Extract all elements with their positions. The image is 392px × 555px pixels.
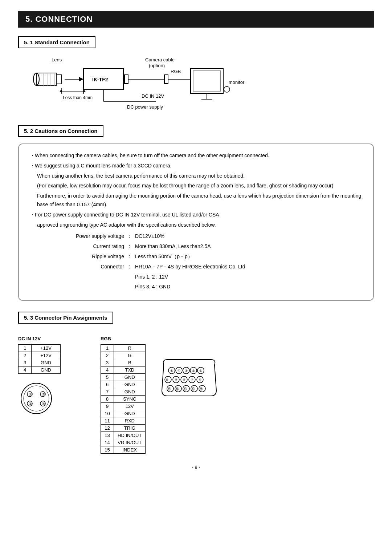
rgb-pin-number: 9 <box>101 403 114 410</box>
spec-row-ripple: Ripple voltage : Less than 50mV（p－p） <box>52 252 362 261</box>
svg-text:②: ② <box>29 402 32 406</box>
rgb-pin-signal: GND <box>114 388 146 396</box>
rgb-block: RGB 1R2G3B4TXD5GND6GND7GND8SYNC912V10GND… <box>101 336 146 454</box>
spec-val-voltage: DC12V±10% <box>135 232 362 241</box>
svg-rect-30 <box>193 71 221 91</box>
svg-text:Camera cable: Camera cable <box>145 57 175 62</box>
svg-text:⑩: ⑩ <box>166 378 168 382</box>
svg-text:⑧: ⑧ <box>183 378 185 382</box>
svg-text:monitor: monitor <box>229 80 245 85</box>
subsection3-label: 5. 3 Connector Pin Assignments <box>18 312 113 324</box>
rgb-pin-signal: GND <box>114 381 146 388</box>
caution-1: ・When connecting the camera cables, be s… <box>30 151 362 160</box>
rgb-pin-number: 15 <box>101 446 114 454</box>
rgb-pin-signal: G <box>114 352 146 359</box>
rgb-pin-number: 11 <box>101 417 114 425</box>
spec-row-pins12: Pins 1, 2 : 12V <box>52 273 362 281</box>
dc-label: DC IN 12V <box>18 336 41 341</box>
svg-text:(option): (option) <box>149 63 165 68</box>
caution-2a: When using another lens, the best camera… <box>37 172 362 181</box>
rgb-table-row: 2G <box>101 352 146 359</box>
rgb-pin-table: 1R2G3B4TXD5GND6GND7GND8SYNC912V10GND11RX… <box>101 344 146 454</box>
rgb-table-row: 13HD IN/OUT <box>101 432 146 439</box>
rgb-table-row: 11RXD <box>101 417 146 425</box>
dc-pin-number: 4 <box>19 366 32 374</box>
pin-assignment-section: DC IN 12V 1+12V2+12V3GND4GND ① ③ ② ④ RGB <box>18 336 374 454</box>
rgb-pin-number: 5 <box>101 374 114 381</box>
svg-text:⑬: ⑬ <box>184 387 187 391</box>
caution-3a: approved ungrounding type AC adaptor wit… <box>37 221 362 230</box>
spec-label-voltage: Power supply voltage <box>52 232 124 241</box>
rgb-pin-signal: INDEX <box>114 446 146 454</box>
svg-rect-2 <box>56 75 62 84</box>
spec-label-pins12 <box>52 273 124 281</box>
rgb-table-row: 3B <box>101 359 146 366</box>
cautions-box: ・When connecting the camera cables, be s… <box>18 143 374 301</box>
svg-text:⑮: ⑮ <box>168 387 171 391</box>
caution-2c: Furthermore, in order to avoid damaging … <box>37 192 362 209</box>
rgb-table-row: 15INDEX <box>101 446 146 454</box>
spec-row-voltage: Power supply voltage : DC12V±10% <box>52 232 362 241</box>
svg-text:②: ② <box>192 369 195 373</box>
svg-point-34 <box>224 86 230 92</box>
rgb-pin-signal: RXD <box>114 417 146 425</box>
svg-marker-10 <box>79 77 83 81</box>
spec-val-connector: HR10A－7P－4S by HIROSE electronics Co. Lt… <box>135 263 362 271</box>
spec-row-pins34: Pins 3, 4 : GND <box>52 283 362 291</box>
caution-3: ・For DC power supply connecting to DC IN… <box>30 211 362 219</box>
svg-point-36 <box>21 383 52 414</box>
spec-val-pins34: Pins 3, 4 : GND <box>135 283 362 291</box>
svg-text:⑨: ⑨ <box>175 378 177 382</box>
rgb-table-row: 5GND <box>101 374 146 381</box>
dc-block: DC IN 12V 1+12V2+12V3GND4GND ① ③ ② ④ <box>18 336 61 417</box>
svg-text:⑦: ⑦ <box>191 378 193 382</box>
svg-text:DC power supply: DC power supply <box>127 104 163 110</box>
rgb-table-row: 1R <box>101 345 146 352</box>
dc-pin-number: 2 <box>19 352 32 359</box>
rgb-pin-number: 14 <box>101 439 114 446</box>
dc-connector-svg: ① ③ ② ④ <box>18 380 54 417</box>
svg-rect-29 <box>191 69 223 93</box>
rgb-pin-signal: HD IN/OUT <box>114 432 146 439</box>
rgb-pin-signal: 12V <box>114 403 146 410</box>
rgb-pin-signal: R <box>114 345 146 352</box>
svg-text:③: ③ <box>42 392 45 396</box>
dc-table-row: 4GND <box>19 366 61 374</box>
spec-label-ripple: Ripple voltage <box>52 252 124 261</box>
svg-point-37 <box>24 386 49 411</box>
rgb-pin-number: 8 <box>101 396 114 403</box>
rgb-pin-signal: SYNC <box>114 396 146 403</box>
subsection1-label: 5. 1 Standard Connection <box>18 36 95 48</box>
svg-text:IK-TF2: IK-TF2 <box>92 77 108 82</box>
svg-text:④: ④ <box>42 402 45 406</box>
rgb-table-row: 7GND <box>101 388 146 396</box>
svg-rect-22 <box>124 75 128 84</box>
rgb-table-row: 10GND <box>101 410 146 417</box>
rgb-pin-signal: TXD <box>114 366 146 374</box>
subsection2-label: 5. 2 Cautions on Connection <box>18 125 103 137</box>
svg-text:DC IN 12V: DC IN 12V <box>142 93 164 99</box>
rgb-pin-signal: B <box>114 359 146 366</box>
svg-text:①: ① <box>29 392 32 396</box>
dc-pin-signal: GND <box>32 359 61 366</box>
dc-table-row: 1+12V <box>19 345 61 352</box>
dc-table-row: 3GND <box>19 359 61 366</box>
svg-text:⑫: ⑫ <box>192 387 195 391</box>
spec-row-connector: Connector : HR10A－7P－4S by HIROSE electr… <box>52 263 362 271</box>
rgb-table-row: 12TRIG <box>101 425 146 432</box>
section-title: 5. CONNECTION <box>18 11 374 28</box>
svg-text:RGB: RGB <box>171 69 181 74</box>
svg-text:⑪: ⑪ <box>200 387 203 391</box>
rgb-pin-number: 12 <box>101 425 114 432</box>
dc-pin-number: 1 <box>19 345 32 352</box>
connection-diagram: Lens IK-TF2 Less than 4mm Camera cable (… <box>29 55 374 114</box>
rgb-table-row: 4TXD <box>101 366 146 374</box>
dc-pin-signal: +12V <box>32 352 61 359</box>
specs-table: Power supply voltage : DC12V±10% Current… <box>52 232 362 291</box>
rgb-pin-number: 3 <box>101 359 114 366</box>
rgb-pin-signal: GND <box>114 374 146 381</box>
rgb-pin-number: 7 <box>101 388 114 396</box>
caution-2b: (For example, low resolution may occur, … <box>37 182 362 190</box>
diagram-svg: Lens IK-TF2 Less than 4mm Camera cable (… <box>29 55 298 113</box>
rgb-table-row: 6GND <box>101 381 146 388</box>
